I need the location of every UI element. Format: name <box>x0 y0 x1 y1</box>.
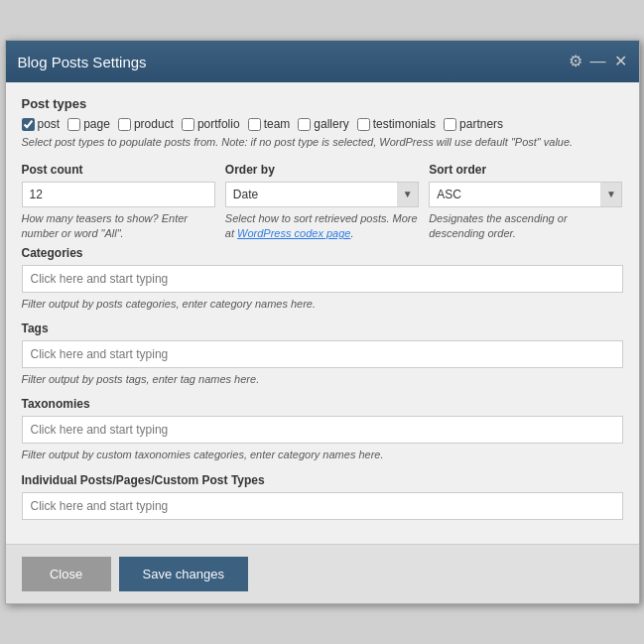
order-by-select[interactable]: Date Title Modified Random <box>225 182 419 207</box>
dialog-title: Blog Posts Settings <box>18 54 147 70</box>
sort-order-select[interactable]: ASC DESC <box>429 182 622 207</box>
post-type-portfolio[interactable]: portfolio <box>182 117 240 131</box>
individual-posts-input[interactable] <box>22 492 623 520</box>
order-by-col: Order by Date Title Modified Random ▼ Se… <box>225 163 419 242</box>
titlebar: Blog Posts Settings ⚙ — ✕ <box>6 41 639 82</box>
main-content: Post types post page product <box>6 82 639 543</box>
post-type-page[interactable]: page <box>67 117 110 131</box>
post-type-partners-label: partners <box>459 117 503 131</box>
sort-order-helper: Designates the ascending or descending o… <box>429 211 622 242</box>
wordpress-codex-link[interactable]: WordPress codex page <box>237 227 350 239</box>
post-type-testimonials[interactable]: testimonials <box>357 117 436 131</box>
post-type-gallery[interactable]: gallery <box>298 117 348 131</box>
post-types-section: Post types post page product <box>22 96 623 150</box>
post-count-label: Post count <box>22 163 215 177</box>
gear-icon[interactable]: ⚙ <box>569 54 582 69</box>
order-by-select-wrapper: Date Title Modified Random ▼ <box>225 182 419 207</box>
post-types-label: Post types <box>22 96 623 111</box>
post-type-partners[interactable]: partners <box>444 117 503 131</box>
sort-order-col: Sort order ASC DESC ▼ Designates the asc… <box>429 163 622 242</box>
three-col-section: Post count How many teasers to show? Ent… <box>22 163 623 242</box>
sort-order-label: Sort order <box>429 163 622 177</box>
categories-helper: Filter output by posts categories, enter… <box>22 297 623 312</box>
taxonomies-label: Taxonomies <box>22 397 623 411</box>
dialog-footer: Close Save changes <box>6 544 639 603</box>
post-type-team-label: team <box>264 117 291 131</box>
post-type-post-label: post <box>38 117 61 131</box>
titlebar-controls: ⚙ — ✕ <box>569 54 627 69</box>
order-by-label: Order by <box>225 163 419 177</box>
post-type-product-label: product <box>134 117 174 131</box>
close-icon[interactable]: ✕ <box>614 54 627 69</box>
taxonomies-input[interactable] <box>22 416 623 444</box>
tags-input[interactable] <box>22 340 623 368</box>
post-type-post[interactable]: post <box>22 117 61 131</box>
post-count-input[interactable] <box>22 182 215 207</box>
categories-label: Categories <box>22 246 623 260</box>
post-type-product[interactable]: product <box>118 117 174 131</box>
checkbox-post[interactable] <box>22 118 35 131</box>
categories-section: Categories Filter output by posts catego… <box>22 246 623 312</box>
post-count-helper: How many teasers to show? Enter number o… <box>22 211 215 242</box>
post-types-helper: Select post types to populate posts from… <box>22 135 623 150</box>
categories-input[interactable] <box>22 265 623 293</box>
post-count-col: Post count How many teasers to show? Ent… <box>22 163 215 242</box>
post-type-testimonials-label: testimonials <box>373 117 436 131</box>
individual-posts-label: Individual Posts/Pages/Custom Post Types <box>22 473 623 487</box>
checkbox-page[interactable] <box>67 118 80 131</box>
individual-posts-section: Individual Posts/Pages/Custom Post Types <box>22 473 623 520</box>
minimize-icon[interactable]: — <box>590 54 606 69</box>
checkbox-team[interactable] <box>248 118 261 131</box>
taxonomies-section: Taxonomies Filter output by custom taxon… <box>22 397 623 462</box>
tags-section: Tags Filter output by posts tags, enter … <box>22 322 623 387</box>
checkbox-portfolio[interactable] <box>182 118 194 131</box>
taxonomies-helper: Filter output by custom taxonomies categ… <box>22 448 623 462</box>
checkbox-partners[interactable] <box>444 118 456 131</box>
tags-label: Tags <box>22 322 623 335</box>
post-type-portfolio-label: portfolio <box>197 117 240 131</box>
checkbox-product[interactable] <box>118 118 131 131</box>
close-button[interactable]: Close <box>22 557 111 591</box>
post-type-team[interactable]: team <box>248 117 291 131</box>
checkbox-testimonials[interactable] <box>357 118 370 131</box>
sort-order-select-wrapper: ASC DESC ▼ <box>429 182 622 207</box>
post-type-gallery-label: gallery <box>314 117 348 131</box>
order-by-helper: Select how to sort retrieved posts. More… <box>225 211 419 242</box>
post-type-page-label: page <box>83 117 110 131</box>
save-button[interactable]: Save changes <box>119 557 248 591</box>
post-types-row: post page product portfolio <box>22 117 623 131</box>
checkbox-gallery[interactable] <box>298 118 311 131</box>
tags-helper: Filter output by posts tags, enter tag n… <box>22 372 623 387</box>
